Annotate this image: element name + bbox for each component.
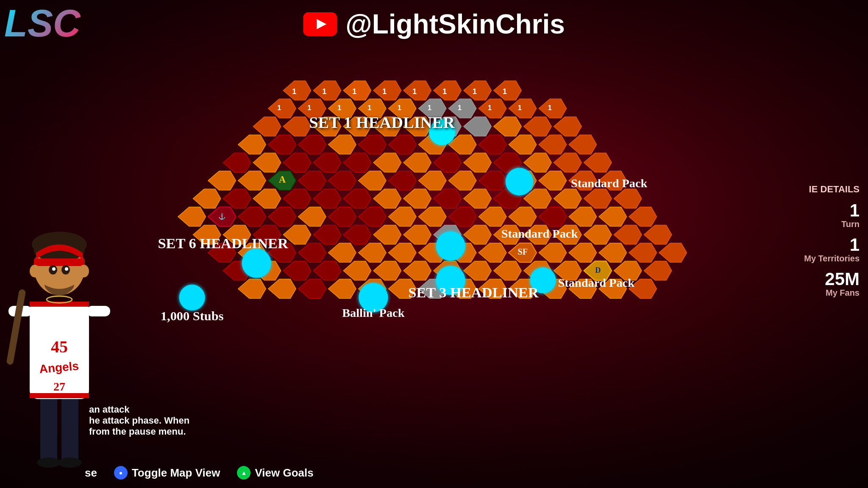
svg-text:1: 1 xyxy=(277,104,281,111)
svg-text:Standard Pack: Standard Pack xyxy=(571,177,648,190)
info-line-3: from the pause menu. xyxy=(89,426,189,437)
svg-text:1: 1 xyxy=(412,87,417,96)
svg-rect-57 xyxy=(34,258,85,266)
panel-title: IE DETAILS xyxy=(804,184,860,195)
info-line-2: he attack phase. When xyxy=(89,415,189,426)
territories-stat: 1 My Territories xyxy=(804,236,860,263)
svg-text:Ballin' Pack: Ballin' Pack xyxy=(342,306,405,319)
toggle-label: Toggle Map View xyxy=(132,466,220,480)
territories-value: 1 xyxy=(804,236,860,254)
info-line-1: an attack xyxy=(89,404,189,415)
svg-text:SET 1 HEADLINER: SET 1 HEADLINER xyxy=(309,114,455,131)
turn-label: Turn xyxy=(804,219,860,229)
svg-text:1: 1 xyxy=(442,87,447,96)
svg-text:A: A xyxy=(279,174,286,185)
svg-point-61 xyxy=(65,267,68,271)
svg-text:1: 1 xyxy=(292,87,296,96)
turn-stat: 1 Turn xyxy=(804,202,860,229)
svg-rect-47 xyxy=(30,393,89,398)
toggle-map-button[interactable]: ● Toggle Map View xyxy=(114,466,220,480)
svg-text:1,000 Stubs: 1,000 Stubs xyxy=(161,309,224,323)
svg-text:1: 1 xyxy=(548,104,552,111)
svg-text:1: 1 xyxy=(307,104,311,111)
channel-name: @LightSkinChris xyxy=(345,8,565,40)
svg-text:1: 1 xyxy=(337,104,341,111)
svg-text:SET 3 HEADLINER: SET 3 HEADLINER xyxy=(408,284,539,300)
svg-rect-53 xyxy=(6,289,26,365)
svg-point-26 xyxy=(242,249,271,278)
lsc-logo: LSC xyxy=(4,4,81,42)
map-area: A ⚓ xyxy=(85,59,868,446)
fans-label: My Fans xyxy=(804,288,860,298)
hex-grid-svg: A ⚓ xyxy=(85,59,868,446)
svg-text:D: D xyxy=(595,266,601,274)
svg-text:Standard Pack: Standard Pack xyxy=(558,276,635,289)
svg-text:1: 1 xyxy=(352,87,356,96)
svg-text:Standard Pack: Standard Pack xyxy=(501,227,578,240)
right-panel: IE DETAILS 1 Turn 1 My Territories 25M M… xyxy=(804,184,860,305)
goals-label: View Goals xyxy=(255,466,313,480)
svg-text:1: 1 xyxy=(428,104,431,111)
svg-text:⚓: ⚓ xyxy=(218,213,226,220)
svg-rect-52 xyxy=(87,306,110,316)
svg-rect-41 xyxy=(40,395,57,463)
svg-point-62 xyxy=(30,265,40,277)
svg-point-43 xyxy=(37,458,61,468)
svg-text:45: 45 xyxy=(51,337,68,356)
goals-icon: ▲ xyxy=(237,466,250,480)
svg-text:1: 1 xyxy=(518,104,522,111)
fans-value: 25M xyxy=(804,270,860,288)
svg-point-30 xyxy=(506,168,533,195)
svg-text:1: 1 xyxy=(503,87,507,96)
svg-point-63 xyxy=(79,265,89,277)
svg-point-27 xyxy=(179,285,205,311)
info-overlay: an attack he attack phase. When from the… xyxy=(89,404,189,437)
svg-text:SET 6 HEADLINER: SET 6 HEADLINER xyxy=(158,235,289,251)
svg-point-60 xyxy=(52,267,56,271)
svg-marker-2 xyxy=(90,59,118,79)
svg-text:SF: SF xyxy=(518,247,528,256)
svg-text:1: 1 xyxy=(488,104,492,111)
turn-value: 1 xyxy=(804,202,860,219)
youtube-icon xyxy=(303,12,337,36)
svg-text:1: 1 xyxy=(367,104,371,111)
svg-text:1: 1 xyxy=(382,87,387,96)
svg-text:1: 1 xyxy=(322,87,326,96)
view-goals-button[interactable]: ▲ View Goals xyxy=(237,466,313,480)
bottom-bar: se ● Toggle Map View ▲ View Goals xyxy=(85,466,741,480)
svg-point-29 xyxy=(436,231,465,261)
youtube-header: @LightSkinChris xyxy=(303,8,565,40)
territories-label: My Territories xyxy=(804,254,860,263)
svg-text:1: 1 xyxy=(458,104,462,111)
pause-label: se xyxy=(85,466,97,480)
svg-text:1: 1 xyxy=(473,87,477,96)
svg-rect-42 xyxy=(61,395,78,463)
svg-text:1: 1 xyxy=(398,104,401,111)
svg-text:27: 27 xyxy=(53,380,65,393)
svg-point-44 xyxy=(58,458,82,468)
toggle-icon: ● xyxy=(114,466,128,480)
fans-stat: 25M My Fans xyxy=(804,270,860,298)
